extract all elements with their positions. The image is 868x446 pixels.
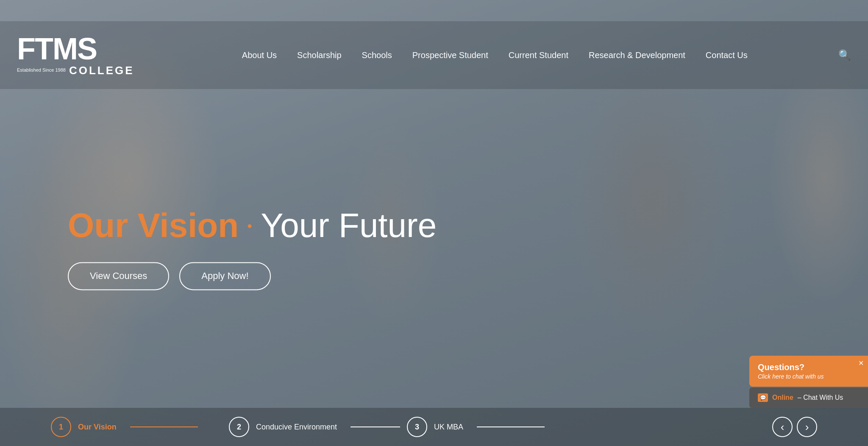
nav-item-contact-us[interactable]: Contact Us [696,46,758,64]
indicator-2[interactable]: 2 Conducive Environment [229,417,407,437]
chat-widget: ✕ Questions? Click here to chat with us … [749,356,868,408]
indicator-label-2: Conducive Environment [256,423,337,432]
indicator-line-2 [351,426,400,427]
indicator-number-3: 3 [407,417,427,437]
hero-indicators: 1 Our Vision 2 Conducive Environment 3 U… [0,408,868,446]
indicator-number-2: 2 [229,417,249,437]
logo-college-row: Established Since 1988 COLLEGE [17,64,134,77]
navbar: FTMS Established Since 1988 COLLEGE Abou… [0,21,868,89]
indicator-1[interactable]: 1 Our Vision [51,417,229,437]
hero-dot: ● [247,221,252,231]
hero-future-text: Your Future [261,206,437,245]
chat-close-button[interactable]: ✕ [858,359,864,367]
hero-title: Our Vision ● Your Future [68,206,437,245]
logo-established: Established Since 1988 [17,67,66,73]
indicator-label-1: Our Vision [78,423,117,432]
logo-college: COLLEGE [69,64,134,77]
nav-item-current-student[interactable]: Current Student [498,46,579,64]
view-courses-button[interactable]: View Courses [68,262,169,290]
hero-content: Our Vision ● Your Future View Courses Ap… [68,206,437,290]
search-icon[interactable]: 🔍 [838,49,851,61]
nav-links: About Us Scholarship Schools Prospective… [160,46,830,64]
indicator-line-3 [477,426,545,427]
nav-item-research-development[interactable]: Research & Development [579,46,696,64]
logo: FTMS Established Since 1988 COLLEGE [17,33,134,77]
nav-item-schools[interactable]: Schools [352,46,402,64]
nav-item-scholarship[interactable]: Scholarship [287,46,352,64]
apply-now-button[interactable]: Apply Now! [179,262,270,290]
chat-with-us-label: – Chat With Us [798,394,843,401]
chat-click-text: Click here to chat with us [758,373,860,380]
chat-online-dot: 💬 [758,393,768,402]
nav-arrows: ‹ › [772,417,817,437]
next-arrow-button[interactable]: › [797,417,817,437]
hero-vision-text: Our Vision [68,206,239,245]
chat-bar[interactable]: 💬 Online – Chat With Us [749,387,868,408]
nav-item-prospective-student[interactable]: Prospective Student [402,46,498,64]
logo-ftms: FTMS [17,33,134,64]
indicator-label-3: UK MBA [434,423,463,432]
chat-questions-title: Questions? [758,362,860,372]
chat-online-label: Online [772,394,793,401]
prev-arrow-button[interactable]: ‹ [772,417,793,437]
hero-buttons: View Courses Apply Now! [68,262,437,290]
indicator-line-1 [130,426,198,427]
chat-bubble[interactable]: ✕ Questions? Click here to chat with us [749,356,868,387]
nav-item-about-us[interactable]: About Us [232,46,287,64]
indicator-3[interactable]: 3 UK MBA [407,417,585,437]
indicator-number-1: 1 [51,417,71,437]
